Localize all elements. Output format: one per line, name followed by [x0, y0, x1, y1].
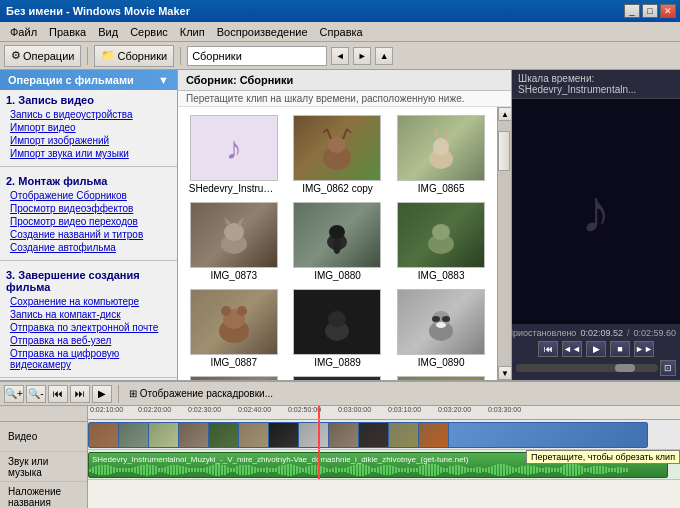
svg-point-16	[333, 238, 341, 254]
sidebar-link-save-web[interactable]: Отправка на веб-узел	[6, 334, 171, 347]
sidebar-link-import-images[interactable]: Импорт изображений	[6, 134, 171, 147]
svg-point-29	[436, 322, 446, 328]
media-item-9[interactable]: IMG_0890	[393, 289, 489, 368]
media-item-7[interactable]: IMG_0887	[186, 289, 282, 368]
content-scrollbar[interactable]: ▲ ▼	[497, 107, 511, 380]
scroll-up-button[interactable]: ▲	[498, 107, 511, 121]
zoom-out-button[interactable]: 🔍-	[26, 385, 46, 403]
menu-playback[interactable]: Воспроизведение	[211, 24, 314, 40]
media-label-3: IMG_0865	[418, 183, 465, 194]
section-3-title: 3. Завершение создания фильма	[6, 269, 171, 293]
svg-line-4	[323, 129, 327, 133]
video-track[interactable]	[88, 420, 680, 450]
media-item-4[interactable]: IMG_0873	[186, 202, 282, 281]
preview-screen: ♪	[512, 99, 680, 324]
timeline-play-button[interactable]: ▶	[92, 385, 112, 403]
toolbar-separator	[87, 47, 88, 65]
preview-panel: Шкала времени: SHedevry_Instrumentaln...…	[512, 70, 680, 380]
sidebar-link-save-dv[interactable]: Отправка на цифровую видеокамеру	[6, 347, 171, 371]
scroll-thumb[interactable]	[498, 131, 510, 171]
media-item-8[interactable]: IMG_0889	[290, 289, 386, 368]
preview-skip-back-button[interactable]: ⏮	[538, 341, 558, 357]
audio-track[interactable]: SHedevry_Instrumentalnoi_Muzyki_-_V_mire…	[88, 450, 680, 480]
sidebar-link-capture[interactable]: Запись с видеоустройства	[6, 108, 171, 121]
menu-view[interactable]: Вид	[92, 24, 124, 40]
preview-seek-bar[interactable]: ⊡	[516, 360, 676, 376]
media-item-2[interactable]: IMG_0862 copy	[290, 115, 386, 194]
media-item-3[interactable]: IMG_0865	[393, 115, 489, 194]
sidebar-link-save-cd[interactable]: Запись на компакт-диск	[6, 308, 171, 321]
preview-music-icon: ♪	[581, 177, 611, 246]
minimize-button[interactable]: _	[624, 4, 640, 18]
media-thumb-6	[397, 202, 485, 268]
menu-service[interactable]: Сервис	[124, 24, 174, 40]
media-label-4: IMG_0873	[210, 270, 257, 281]
audio-track-label: Звук или музыка	[0, 452, 87, 482]
media-item-12[interactable]: IMG_0893	[393, 376, 489, 380]
preview-buttons: ⏮ ◄◄ ▶ ■ ►►	[516, 341, 676, 357]
scroll-track[interactable]	[498, 121, 511, 366]
scroll-down-button[interactable]: ▼	[498, 366, 511, 380]
sidebar-link-save-pc[interactable]: Сохранение на компьютере	[6, 295, 171, 308]
menu-help[interactable]: Справка	[314, 24, 369, 40]
nav-forward-button[interactable]: ►	[353, 47, 371, 65]
timeline-end-button[interactable]: ⏭	[70, 385, 90, 403]
sidebar-link-transitions[interactable]: Просмотр видео переходов	[6, 215, 171, 228]
sidebar-link-titles[interactable]: Создание названий и титров	[6, 228, 171, 241]
menu-clip[interactable]: Клип	[174, 24, 211, 40]
media-item-6[interactable]: IMG_0883	[393, 202, 489, 281]
sidebar-section-3: 3. Завершение создания фильма Сохранение…	[0, 265, 177, 373]
search-input[interactable]	[187, 46, 327, 66]
media-thumb-7	[190, 289, 278, 355]
sidebar-link-autofilm[interactable]: Создание автофильма	[6, 241, 171, 254]
audio-playhead	[318, 450, 320, 479]
video-playhead	[318, 420, 320, 449]
sidebar-link-collections[interactable]: Отображение Сборников	[6, 189, 171, 202]
content-subheader: Перетащите клип на шкалу времени, распол…	[178, 91, 511, 107]
media-item-10[interactable]: IMG_0891	[186, 376, 282, 380]
preview-stop-button[interactable]: ■	[610, 341, 630, 357]
media-label-5: IMG_0880	[314, 270, 361, 281]
sidebar-link-import-video[interactable]: Импорт видео	[6, 121, 171, 134]
sidebar-link-import-audio[interactable]: Импорт звука или музыки	[6, 147, 171, 160]
preview-rewind-button[interactable]: ◄◄	[562, 341, 582, 357]
collections-icon: 📁	[101, 49, 115, 62]
svg-point-27	[432, 316, 440, 322]
sidebar-header: Операции с фильмами ▼	[0, 70, 177, 90]
nav-up-button[interactable]: ▲	[375, 47, 393, 65]
preview-current-time: 0:02:09.52	[580, 328, 623, 338]
preview-fullscreen-button[interactable]: ⊡	[660, 360, 676, 376]
maximize-button[interactable]: □	[642, 4, 658, 18]
timeline-ruler: 0:02:10:00 0:02:20:00 0:02:30:00 0:02:40…	[88, 406, 680, 420]
media-item-11[interactable]: IMG_0892	[290, 376, 386, 380]
title-track[interactable]	[88, 480, 680, 508]
media-item-5[interactable]: IMG_0880	[290, 202, 386, 281]
preview-fast-forward-button[interactable]: ►►	[634, 341, 654, 357]
seek-thumb[interactable]	[615, 364, 635, 372]
timeline-content: 0:02:10:00 0:02:20:00 0:02:30:00 0:02:40…	[88, 406, 680, 508]
media-thumb-1: ♪	[190, 115, 278, 181]
video-clip[interactable]	[88, 422, 648, 448]
menu-file[interactable]: Файл	[4, 24, 43, 40]
collections-button[interactable]: 📁 Сборники	[94, 45, 174, 67]
preview-play-button[interactable]: ▶	[586, 341, 606, 357]
timeline-mode-label[interactable]: ⊞ Отображение раскадровки...	[125, 388, 277, 399]
sidebar-link-save-email[interactable]: Отправка по электронной почте	[6, 321, 171, 334]
svg-point-28	[442, 316, 450, 322]
preview-time-display: Приостановлено 0:02:09.52 / 0:02:59.60	[516, 328, 676, 338]
operations-button[interactable]: ⚙ Операции	[4, 45, 81, 67]
media-item-1[interactable]: ♪ SHedevry_Instrum...	[186, 115, 282, 194]
zoom-in-button[interactable]: 🔍+	[4, 385, 24, 403]
svg-point-22	[237, 306, 247, 316]
seek-track[interactable]	[516, 364, 658, 372]
media-thumb-11	[293, 376, 381, 380]
sidebar-link-effects[interactable]: Просмотр видеоэффектов	[6, 202, 171, 215]
playhead	[318, 406, 320, 419]
media-label-9: IMG_0890	[418, 357, 465, 368]
menu-edit[interactable]: Правка	[43, 24, 92, 40]
close-button[interactable]: ✕	[660, 4, 676, 18]
nav-back-button[interactable]: ◄	[331, 47, 349, 65]
media-label-6: IMG_0883	[418, 270, 465, 281]
timeline-home-button[interactable]: ⏮	[48, 385, 68, 403]
divider-2	[0, 260, 177, 261]
